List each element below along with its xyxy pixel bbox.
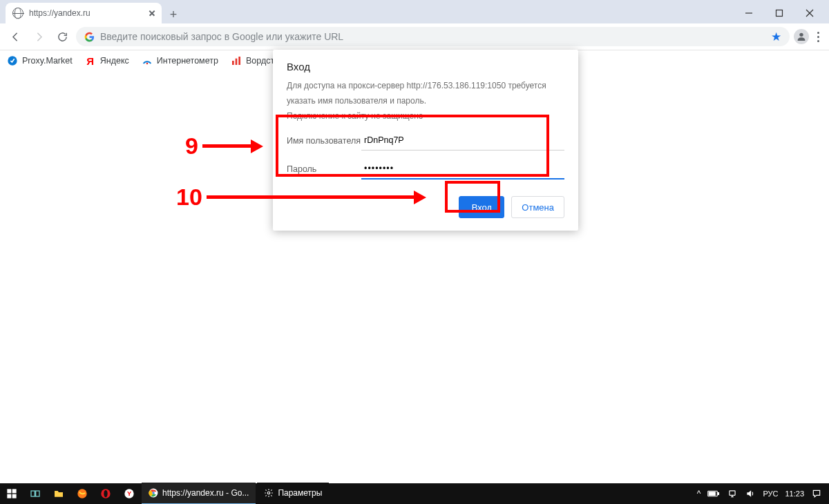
svg-rect-12 — [7, 494, 11, 498]
bookmark-label: Proxy.Market — [22, 56, 73, 66]
svg-rect-15 — [36, 491, 39, 496]
password-input[interactable] — [361, 159, 564, 180]
forward-button[interactable] — [29, 27, 48, 46]
explorer-icon[interactable] — [47, 483, 70, 504]
svg-rect-9 — [238, 57, 240, 65]
username-label: Имя пользователя — [287, 136, 361, 146]
bookmark-internetometer[interactable]: Интернетометр — [142, 55, 218, 66]
taskbar-task-label: https://yandex.ru - Go... — [162, 488, 249, 498]
omnibox[interactable]: Введите поисковый запрос в Google или ук… — [76, 27, 790, 46]
svg-rect-11 — [12, 489, 17, 493]
password-label: Пароль — [287, 164, 361, 174]
svg-rect-26 — [730, 491, 735, 495]
taskbar: Y https://yandex.ru - Go... Параметры ^ … — [0, 483, 829, 504]
window-controls — [734, 3, 825, 23]
new-tab-button[interactable]: + — [164, 6, 182, 23]
auth-dialog: Вход Для доступа на прокси-сервер http:/… — [273, 50, 578, 231]
back-button[interactable] — [6, 27, 25, 46]
reload-button[interactable] — [53, 27, 72, 46]
bookmark-star-icon[interactable]: ★ — [771, 30, 781, 44]
input-language[interactable]: РУС — [763, 490, 778, 498]
taskbar-settings-task[interactable]: Параметры — [257, 483, 329, 504]
tab-title: https://yandex.ru — [29, 8, 141, 18]
close-tab-icon[interactable] — [146, 8, 158, 19]
firefox-icon[interactable] — [70, 483, 94, 504]
svg-point-22 — [268, 492, 271, 494]
username-input[interactable] — [361, 130, 564, 151]
menu-button[interactable] — [813, 28, 823, 46]
login-button[interactable]: Вход — [459, 196, 504, 218]
svg-point-6 — [146, 63, 148, 65]
browser-tab[interactable]: https://yandex.ru — [6, 3, 162, 23]
tray-chevron-icon[interactable]: ^ — [697, 489, 701, 498]
dialog-message-3: Подключение к сайту не защищено — [287, 110, 564, 122]
clock[interactable]: 11:23 — [785, 490, 804, 498]
taskbar-task-label: Параметры — [278, 488, 322, 498]
start-button[interactable] — [0, 483, 23, 504]
bookmark-proxy-market[interactable]: Proxy.Market — [7, 55, 73, 66]
svg-rect-25 — [709, 492, 716, 496]
svg-text:Y: Y — [127, 490, 132, 497]
svg-rect-24 — [718, 493, 719, 495]
cancel-button[interactable]: Отмена — [511, 196, 564, 218]
proxy-market-icon — [7, 55, 18, 66]
svg-rect-1 — [776, 10, 783, 17]
svg-rect-10 — [7, 489, 11, 493]
bookmark-label: Яндекс — [100, 56, 129, 66]
svg-point-4 — [799, 33, 803, 37]
yandex-icon: Я — [85, 55, 96, 66]
bookmark-yandex[interactable]: Я Яндекс — [85, 55, 129, 66]
tab-strip: https://yandex.ru + — [0, 0, 829, 23]
dialog-message-1: Для доступа на прокси-сервер http://176.… — [287, 79, 564, 92]
dialog-buttons: Вход Отмена — [287, 196, 564, 218]
dialog-message-2: указать имя пользователя и пароль. — [287, 95, 564, 107]
username-row: Имя пользователя — [287, 130, 564, 151]
taskview-icon[interactable] — [23, 483, 47, 504]
maximize-button[interactable] — [764, 3, 794, 23]
omnibox-placeholder: Введите поисковый запрос в Google или ук… — [100, 31, 765, 42]
minimize-button[interactable] — [734, 3, 764, 23]
wordstat-icon — [231, 55, 242, 66]
action-center-icon[interactable] — [811, 489, 822, 498]
internetometer-icon — [142, 55, 153, 66]
volume-icon[interactable] — [745, 489, 756, 498]
svg-point-18 — [104, 490, 107, 498]
dialog-title: Вход — [287, 61, 564, 72]
profile-avatar[interactable] — [794, 29, 809, 44]
svg-rect-8 — [236, 59, 238, 65]
battery-icon[interactable] — [707, 490, 720, 498]
svg-rect-13 — [12, 494, 17, 498]
svg-rect-14 — [31, 491, 35, 496]
network-icon[interactable] — [727, 489, 738, 498]
svg-rect-7 — [232, 61, 234, 65]
taskbar-chrome-task[interactable]: https://yandex.ru - Go... — [142, 483, 256, 504]
google-g-icon — [84, 32, 95, 42]
globe-icon — [12, 8, 23, 19]
opera-icon[interactable] — [94, 483, 117, 504]
yandex-browser-icon[interactable]: Y — [117, 483, 141, 504]
toolbar: Введите поисковый запрос в Google или ук… — [0, 23, 829, 50]
system-tray: ^ РУС 11:23 — [690, 489, 829, 498]
password-row: Пароль — [287, 159, 564, 180]
close-window-button[interactable] — [794, 3, 825, 23]
bookmark-label: Интернетометр — [157, 56, 218, 66]
